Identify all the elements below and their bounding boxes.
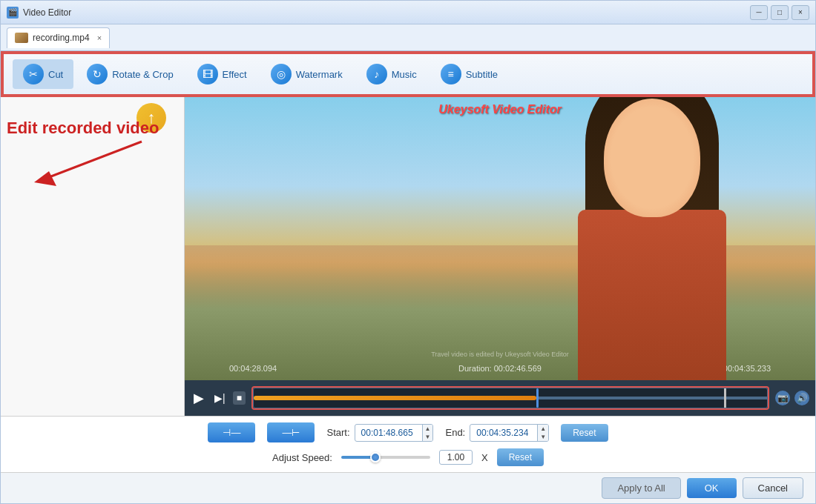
effect-button[interactable]: 🎞 Effect — [187, 59, 257, 89]
effect-label: Effect — [223, 69, 247, 80]
video-editor-window: 🎬 Video Editor ─ □ × recording.mp4 × ✂ C… — [0, 0, 816, 504]
speed-slider[interactable] — [341, 451, 430, 463]
tab-bar: recording.mp4 × — [1, 24, 815, 51]
start-time-up[interactable]: ▲ — [423, 425, 433, 433]
speed-controls-row: Adjust Speed: 1.00 X Reset — [13, 448, 803, 466]
left-panel: ↑ Edit recorded video — [1, 97, 185, 416]
subtitle-icon: ≡ — [441, 64, 461, 84]
minimize-button[interactable]: ─ — [750, 5, 768, 20]
cut-reset-button[interactable]: Reset — [561, 424, 608, 442]
cut-end-button[interactable]: —⊢ — [267, 422, 315, 442]
bottom-controls: ⊣— —⊢ Start: 00:01:48.665 ▲ ▼ End: 00:0 — [1, 416, 815, 472]
cut-start-icon: ⊣— — [223, 427, 240, 438]
cut-label: Cut — [48, 69, 63, 80]
close-button[interactable]: × — [792, 5, 809, 20]
timeline-wrapper — [253, 388, 768, 408]
cut-end-icon: —⊢ — [282, 427, 300, 438]
maximize-button[interactable]: □ — [771, 5, 789, 20]
video-area: Ukeysoft Video Editor 00:04:28.094 Durat… — [185, 97, 815, 416]
end-time-input[interactable]: 00:04:35.234 ▲ ▼ — [470, 424, 549, 442]
end-time-up[interactable]: ▲ — [538, 425, 548, 433]
speed-label: Adjust Speed: — [272, 452, 332, 463]
title-bar: 🎬 Video Editor ─ □ × — [1, 1, 815, 24]
speed-x-label: X — [481, 452, 488, 463]
subtitle-label: Subtitle — [466, 69, 498, 80]
toolbar-wrapper: ✂ Cut ↻ Rotate & Crop 🎞 Effect ◎ Waterma… — [1, 51, 815, 97]
start-time-down[interactable]: ▼ — [423, 433, 433, 441]
file-tab-icon — [15, 33, 28, 43]
red-arrow-annotation — [16, 134, 164, 193]
effect-icon: 🎞 — [197, 64, 218, 84]
timeline-end-handle[interactable] — [724, 388, 726, 408]
start-label: Start: — [326, 427, 349, 438]
timeline[interactable] — [253, 388, 768, 408]
step-forward-button[interactable]: ▶| — [211, 391, 228, 405]
end-label: End: — [445, 427, 465, 438]
toolbar: ✂ Cut ↻ Rotate & Crop 🎞 Effect ◎ Waterma… — [2, 53, 814, 96]
volume-button[interactable]: 🔊 — [794, 391, 809, 405]
svg-marker-1 — [34, 171, 56, 186]
timeline-progress — [254, 396, 536, 400]
file-tab-label: recording.mp4 — [33, 33, 90, 43]
cancel-button[interactable]: Cancel — [743, 477, 803, 499]
start-time-input[interactable]: 00:01:48.665 ▲ ▼ — [355, 424, 434, 442]
cut-tool-button[interactable]: ✂ Cut — [13, 59, 73, 89]
svg-line-0 — [45, 142, 142, 179]
window-controls: ─ □ × — [750, 5, 809, 20]
screenshot-button[interactable]: 📷 — [775, 391, 790, 405]
window-title: Video Editor — [23, 7, 750, 18]
tab-close-button[interactable]: × — [97, 33, 102, 42]
start-time-spinners: ▲ ▼ — [422, 425, 433, 441]
start-time-value: 00:01:48.665 — [355, 425, 422, 440]
video-person — [526, 97, 778, 380]
file-tab[interactable]: recording.mp4 × — [7, 27, 110, 48]
timeline-cursor[interactable] — [536, 388, 539, 408]
stop-button[interactable]: ■ — [233, 391, 246, 405]
speed-slider-track — [341, 456, 430, 459]
apply-all-button[interactable]: Apply to All — [602, 477, 680, 499]
watermark-label: Watermark — [296, 69, 343, 80]
rotate-crop-icon: ↻ — [87, 64, 108, 84]
speed-reset-button[interactable]: Reset — [497, 448, 544, 466]
cut-controls-row: ⊣— —⊢ Start: 00:01:48.665 ▲ ▼ End: 00:0 — [13, 422, 803, 442]
footer-buttons: Apply to All OK Cancel — [1, 472, 815, 503]
watermark-button[interactable]: ◎ Watermark — [260, 59, 353, 89]
subtitle-button[interactable]: ≡ Subtitle — [430, 59, 508, 89]
play-button[interactable]: ▶ — [191, 388, 207, 408]
cut-icon: ✂ — [23, 64, 44, 84]
start-time-field: Start: 00:01:48.665 ▲ ▼ — [326, 424, 433, 442]
video-timestamp-left: 00:04:28.094 — [229, 364, 277, 373]
music-icon: ♪ — [366, 64, 387, 84]
watermark-icon: ◎ — [271, 64, 292, 84]
music-button[interactable]: ♪ Music — [356, 59, 427, 89]
end-time-value: 00:04:35.234 — [470, 425, 537, 440]
end-time-down[interactable]: ▼ — [538, 433, 548, 441]
ok-button[interactable]: OK — [687, 478, 737, 498]
video-preview[interactable]: Ukeysoft Video Editor 00:04:28.094 Durat… — [185, 97, 815, 380]
cut-start-button[interactable]: ⊣— — [208, 422, 255, 442]
speed-slider-thumb[interactable] — [370, 452, 381, 462]
end-time-field: End: 00:04:35.234 ▲ ▼ — [445, 424, 549, 442]
speed-value-display: 1.00 — [439, 450, 473, 465]
rotate-crop-button[interactable]: ↻ Rotate & Crop — [76, 59, 183, 89]
end-time-spinners: ▲ ▼ — [537, 425, 548, 441]
app-icon: 🎬 — [7, 7, 19, 19]
rotate-crop-label: Rotate & Crop — [112, 69, 173, 80]
controls-bar: ▶ ▶| ■ 📷 🔊 — [185, 380, 815, 416]
music-label: Music — [392, 69, 417, 80]
main-content: ↑ Edit recorded video — [1, 97, 815, 416]
